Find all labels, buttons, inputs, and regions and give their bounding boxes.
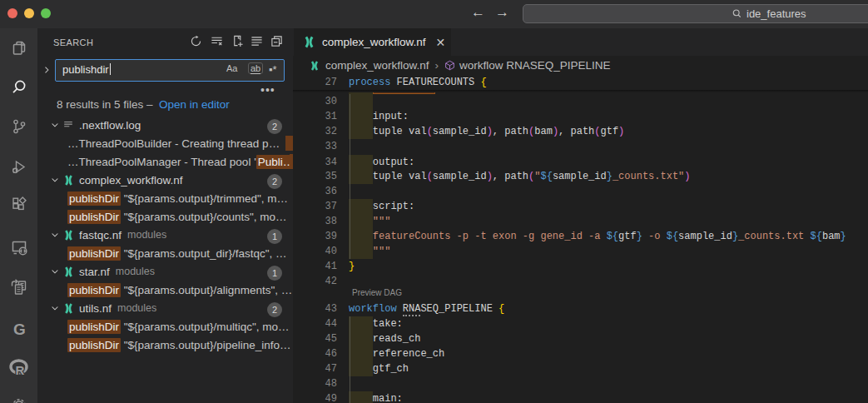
- svg-text:G: G: [13, 321, 26, 338]
- svg-text:R: R: [15, 363, 24, 377]
